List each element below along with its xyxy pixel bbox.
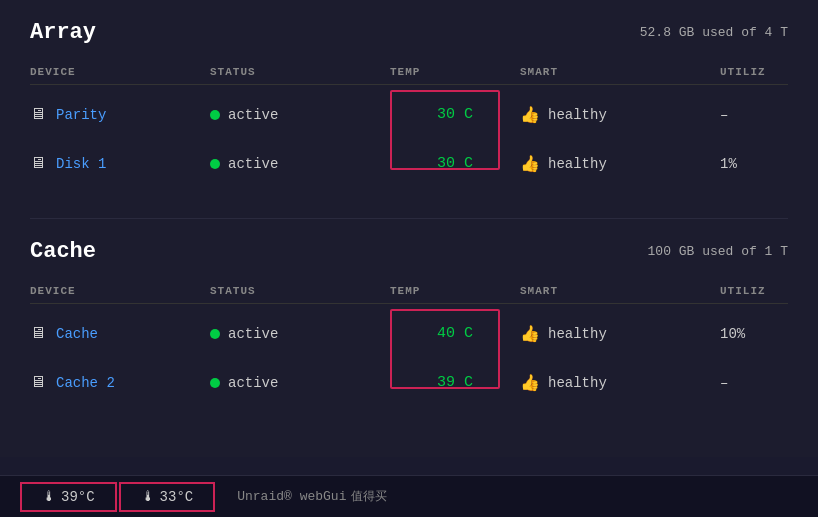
cache-col-temp: TEMP bbox=[390, 285, 520, 297]
array-parity-utiliz: – bbox=[720, 107, 818, 123]
parity-status-dot bbox=[210, 110, 220, 120]
array-parity-smart: 👍 healthy bbox=[520, 105, 720, 125]
cache2-status-dot bbox=[210, 378, 220, 388]
parity-drive-icon: 🖥 bbox=[30, 105, 46, 124]
bottom-right-text: 值得买 bbox=[351, 488, 387, 505]
disk1-status-dot bbox=[210, 159, 220, 169]
cache2-smart-icon: 👍 bbox=[520, 373, 540, 393]
disk1-status-text: active bbox=[228, 156, 278, 172]
array-title: Array bbox=[30, 20, 96, 45]
array-disk1-smart: 👍 healthy bbox=[520, 154, 720, 174]
array-table-header: DEVICE STATUS TEMP SMART UTILIZ bbox=[30, 60, 788, 85]
bottom-label: Unraid® webGui bbox=[237, 489, 346, 504]
array-disk1-temp: 30 C bbox=[390, 147, 520, 180]
array-header: Array 52.8 GB used of 4 T bbox=[30, 20, 788, 45]
cache2-status: active bbox=[210, 375, 390, 391]
array-col-utiliz: UTILIZ bbox=[720, 66, 818, 78]
parity-smart-icon: 👍 bbox=[520, 105, 540, 125]
table-row: 🖥 Cache 2 active 39 C 👍 healthy – bbox=[30, 358, 788, 407]
cache1-drive-icon: 🖥 bbox=[30, 324, 46, 343]
array-parity-temp: 30 C bbox=[390, 98, 520, 131]
parity-status-text: active bbox=[228, 107, 278, 123]
temp2-value: 33°C bbox=[160, 489, 194, 505]
cache-title: Cache bbox=[30, 239, 96, 264]
disk1-smart-text: healthy bbox=[548, 156, 607, 172]
thermometer1-icon: 🌡 bbox=[42, 489, 56, 505]
section-divider bbox=[30, 218, 788, 219]
cache2-utiliz: – bbox=[720, 375, 818, 391]
cache2-drive-icon: 🖥 bbox=[30, 373, 46, 392]
array-parity-device: 🖥 Parity bbox=[30, 105, 210, 124]
cache1-smart-icon: 👍 bbox=[520, 324, 540, 344]
cache1-link[interactable]: Cache bbox=[56, 326, 98, 342]
cache1-status: active bbox=[210, 326, 390, 342]
cache1-smart: 👍 healthy bbox=[520, 324, 720, 344]
cache1-smart-text: healthy bbox=[548, 326, 607, 342]
array-parity-status: active bbox=[210, 107, 390, 123]
cache-col-utiliz: UTILIZ bbox=[720, 285, 818, 297]
table-row: 🖥 Cache active 40 C 👍 healthy 10% bbox=[30, 309, 788, 358]
cache2-device: 🖥 Cache 2 bbox=[30, 373, 210, 392]
cache1-utiliz: 10% bbox=[720, 326, 818, 342]
array-disk1-device: 🖥 Disk 1 bbox=[30, 154, 210, 173]
array-col-temp: TEMP bbox=[390, 66, 520, 78]
cache2-smart: 👍 healthy bbox=[520, 373, 720, 393]
parity-link[interactable]: Parity bbox=[56, 107, 106, 123]
parity-smart-text: healthy bbox=[548, 107, 607, 123]
cache1-device: 🖥 Cache bbox=[30, 324, 210, 343]
temp-indicator-1: 🌡 39°C bbox=[20, 482, 117, 512]
cache-rows-container: 🖥 Cache active 40 C 👍 healthy 10% 🖥 bbox=[30, 309, 788, 407]
table-row: 🖥 Parity active 30 C 👍 healthy – bbox=[30, 90, 788, 139]
cache-col-device: DEVICE bbox=[30, 285, 210, 297]
cache2-status-text: active bbox=[228, 375, 278, 391]
temp1-value: 39°C bbox=[61, 489, 95, 505]
bottom-bar: 🌡 39°C 🌡 33°C Unraid® webGui 值得买 bbox=[0, 475, 818, 517]
array-col-device: DEVICE bbox=[30, 66, 210, 78]
array-usage: 52.8 GB used of 4 T bbox=[640, 25, 788, 40]
array-section: Array 52.8 GB used of 4 T DEVICE STATUS … bbox=[30, 20, 788, 188]
cache-col-smart: SMART bbox=[520, 285, 720, 297]
cache1-status-dot bbox=[210, 329, 220, 339]
cache-header: Cache 100 GB used of 1 T bbox=[30, 239, 788, 264]
disk1-smart-icon: 👍 bbox=[520, 154, 540, 174]
array-rows-container: 🖥 Parity active 30 C 👍 healthy – 🖥 bbox=[30, 90, 788, 188]
cache1-temp: 40 C bbox=[390, 317, 520, 350]
cache2-temp: 39 C bbox=[390, 366, 520, 399]
array-disk1-utiliz: 1% bbox=[720, 156, 818, 172]
temp-indicator-2: 🌡 33°C bbox=[119, 482, 216, 512]
cache-section: Cache 100 GB used of 1 T DEVICE STATUS T… bbox=[30, 239, 788, 407]
table-row: 🖥 Disk 1 active 30 C 👍 healthy 1% bbox=[30, 139, 788, 188]
cache1-status-text: active bbox=[228, 326, 278, 342]
cache2-smart-text: healthy bbox=[548, 375, 607, 391]
disk1-link[interactable]: Disk 1 bbox=[56, 156, 106, 172]
array-disk1-status: active bbox=[210, 156, 390, 172]
cache-col-status: STATUS bbox=[210, 285, 390, 297]
cache2-link[interactable]: Cache 2 bbox=[56, 375, 115, 391]
array-col-smart: SMART bbox=[520, 66, 720, 78]
array-col-status: STATUS bbox=[210, 66, 390, 78]
cache-usage: 100 GB used of 1 T bbox=[648, 244, 788, 259]
cache-table-header: DEVICE STATUS TEMP SMART UTILIZ bbox=[30, 279, 788, 304]
disk1-drive-icon: 🖥 bbox=[30, 154, 46, 173]
thermometer2-icon: 🌡 bbox=[141, 489, 155, 505]
